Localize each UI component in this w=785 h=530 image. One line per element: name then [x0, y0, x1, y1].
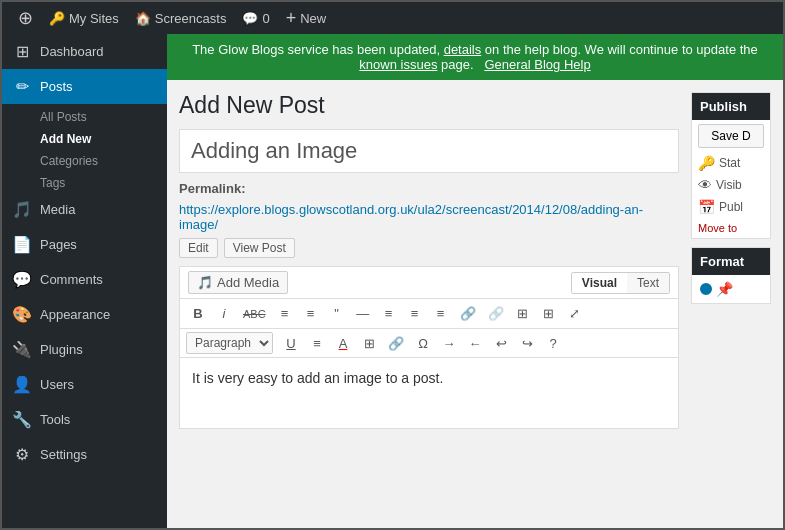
- sidebar: ⊞ Dashboard ✏ Posts All Posts Add New Ca…: [2, 34, 167, 528]
- justify-button[interactable]: ≡: [305, 333, 329, 354]
- sidebar-item-tools[interactable]: 🔧 Tools: [2, 402, 167, 437]
- tags-label: Tags: [40, 176, 65, 190]
- screencasts-label: Screencasts: [155, 11, 227, 26]
- move-to-trash-link[interactable]: Move to: [692, 218, 770, 238]
- permalink-link[interactable]: https://explore.blogs.glowscotland.org.u…: [179, 202, 643, 232]
- comments-nav-icon: 💬: [12, 270, 32, 289]
- screencasts-button[interactable]: 🏠 Screencasts: [127, 2, 235, 34]
- media-icon: 🎵: [12, 200, 32, 219]
- align-left-button[interactable]: ≡: [377, 303, 401, 324]
- categories-label: Categories: [40, 154, 98, 168]
- post-title-input[interactable]: [179, 129, 679, 173]
- comment-icon: 💬: [242, 11, 258, 26]
- edit-permalink-button[interactable]: Edit: [179, 238, 218, 258]
- outdent-button[interactable]: ←: [463, 333, 487, 354]
- visibility-label: Visib: [716, 178, 742, 192]
- notification-details-link[interactable]: details: [444, 42, 482, 57]
- sidebar-tags[interactable]: Tags: [2, 170, 167, 192]
- pages-label: Pages: [40, 237, 77, 252]
- visual-tab[interactable]: Visual: [572, 273, 627, 293]
- sidebar-item-users[interactable]: 👤 Users: [2, 367, 167, 402]
- view-post-button[interactable]: View Post: [224, 238, 295, 258]
- sidebar-categories[interactable]: Categories: [2, 148, 167, 170]
- main-layout: ⊞ Dashboard ✏ Posts All Posts Add New Ca…: [2, 34, 783, 528]
- bold-button[interactable]: B: [186, 303, 210, 324]
- insert-link-btn2[interactable]: 🔗: [383, 333, 409, 354]
- save-draft-button[interactable]: Save D: [698, 124, 764, 148]
- more-tag-button[interactable]: ⊞: [511, 303, 535, 324]
- add-media-button[interactable]: 🎵 Add Media: [188, 271, 288, 294]
- sidebar-item-appearance[interactable]: 🎨 Appearance: [2, 297, 167, 332]
- add-new-label: Add New: [40, 132, 91, 146]
- post-editor: Add New Post Permalink: https://explore.…: [179, 92, 679, 528]
- visibility-icon: 👁: [698, 177, 712, 193]
- wp-logo-button[interactable]: ⊕: [10, 2, 41, 34]
- publish-box: Publish Save D 🔑 Stat 👁 Visib 📅 Publ: [691, 92, 771, 239]
- my-sites-button[interactable]: 🔑 My Sites: [41, 2, 127, 34]
- calendar-icon: 📅: [698, 199, 715, 215]
- align-center-button[interactable]: ≡: [403, 303, 427, 324]
- undo-button[interactable]: ↩: [489, 333, 513, 354]
- visual-text-tabs: Visual Text: [571, 272, 670, 294]
- notification-text2: on the help blog. We will continue to up…: [485, 42, 758, 57]
- help-link[interactable]: General Blog Help: [484, 57, 590, 72]
- ordered-list-button[interactable]: ≡: [299, 303, 323, 324]
- admin-bar: ⊕ 🔑 My Sites 🏠 Screencasts 💬 0 + New: [2, 2, 783, 34]
- align-right-button[interactable]: ≡: [429, 303, 453, 324]
- sidebar-item-dashboard[interactable]: ⊞ Dashboard: [2, 34, 167, 69]
- unordered-list-button[interactable]: ≡: [273, 303, 297, 324]
- special-char-button[interactable]: Ω: [411, 333, 435, 354]
- paste-word-button[interactable]: ⊞: [357, 333, 381, 354]
- format-box: Format 📌: [691, 247, 771, 304]
- fullscreen-button[interactable]: ⤢: [563, 303, 587, 324]
- notification-text3: page.: [441, 57, 474, 72]
- editor-toolbar-top: 🎵 Add Media Visual Text: [180, 267, 678, 299]
- sidebar-item-pages[interactable]: 📄 Pages: [2, 227, 167, 262]
- font-color-button[interactable]: A: [331, 333, 355, 354]
- indent-button[interactable]: →: [437, 333, 461, 354]
- redo-button[interactable]: ↪: [515, 333, 539, 354]
- editor-content[interactable]: It is very easy to add an image to a pos…: [180, 358, 678, 428]
- pushpin-icon: 📌: [716, 281, 733, 297]
- unlink-button[interactable]: 🔗: [483, 303, 509, 324]
- insert-link-button[interactable]: 🔗: [455, 303, 481, 324]
- status-row: 🔑 Stat: [692, 152, 770, 174]
- paragraph-select[interactable]: Paragraph: [186, 332, 273, 354]
- add-media-icon: 🎵: [197, 275, 213, 290]
- plugins-label: Plugins: [40, 342, 83, 357]
- sidebar-item-plugins[interactable]: 🔌 Plugins: [2, 332, 167, 367]
- new-button[interactable]: + New: [278, 2, 335, 34]
- help-button[interactable]: ?: [541, 333, 565, 354]
- underline-button[interactable]: U: [279, 333, 303, 354]
- posts-icon: ✏: [12, 77, 32, 96]
- format-radio[interactable]: [700, 283, 712, 295]
- horizontal-rule-button[interactable]: —: [351, 303, 375, 324]
- sidebar-item-settings[interactable]: ⚙ Settings: [2, 437, 167, 472]
- italic-button[interactable]: i: [212, 303, 236, 324]
- blockquote-button[interactable]: ": [325, 303, 349, 324]
- strikethrough-button[interactable]: ABC: [238, 305, 271, 323]
- comments-label: Comments: [40, 272, 103, 287]
- permalink-row: Permalink: https://explore.blogs.glowsco…: [179, 181, 679, 258]
- my-sites-label: My Sites: [69, 11, 119, 26]
- sidebar-item-comments[interactable]: 💬 Comments: [2, 262, 167, 297]
- plugins-icon: 🔌: [12, 340, 32, 359]
- sidebar-item-media[interactable]: 🎵 Media: [2, 192, 167, 227]
- page-title: Add New Post: [179, 92, 679, 119]
- toggle-toolbar-button[interactable]: ⊞: [537, 303, 561, 324]
- comments-button[interactable]: 💬 0: [234, 2, 277, 34]
- dashboard-icon: ⊞: [12, 42, 32, 61]
- home-icon: 🔑: [49, 11, 65, 26]
- notification-bar: The Glow Blogs service has been updated,…: [167, 34, 783, 80]
- format-box-title: Format: [692, 248, 770, 275]
- format-box-content: 📌: [692, 275, 770, 303]
- status-label: Stat: [719, 156, 740, 170]
- posts-label: Posts: [40, 79, 73, 94]
- sidebar-add-new[interactable]: Add New: [2, 126, 167, 148]
- permalink-label: Permalink:: [179, 181, 245, 196]
- known-issues-link[interactable]: known issues: [359, 57, 437, 72]
- sidebar-all-posts[interactable]: All Posts: [2, 104, 167, 126]
- right-sidebar: Publish Save D 🔑 Stat 👁 Visib 📅 Publ: [691, 92, 771, 528]
- sidebar-item-posts[interactable]: ✏ Posts: [2, 69, 167, 104]
- text-tab[interactable]: Text: [627, 273, 669, 293]
